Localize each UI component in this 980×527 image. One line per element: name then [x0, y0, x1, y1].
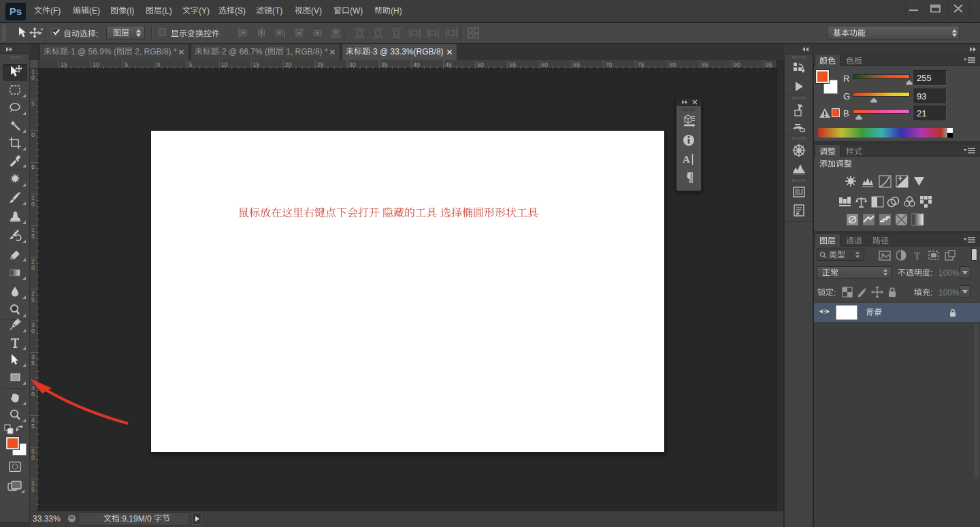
svg-text:0: 0	[31, 74, 35, 81]
svg-text:0: 0	[31, 264, 35, 271]
svg-text:20: 20	[285, 61, 292, 68]
svg-text:5: 5	[31, 233, 35, 240]
svg-text:75: 75	[638, 61, 644, 68]
svg-text:90: 90	[734, 61, 740, 68]
svg-text:55: 55	[509, 61, 516, 68]
svg-text:5: 5	[31, 360, 35, 366]
svg-text:80: 80	[670, 61, 676, 68]
svg-text:0: 0	[31, 454, 35, 461]
svg-text:0: 0	[31, 131, 35, 138]
svg-text:70: 70	[605, 61, 612, 68]
svg-text:10: 10	[221, 61, 228, 68]
svg-text:0: 0	[31, 328, 35, 334]
svg-text:0: 0	[31, 201, 35, 208]
svg-text:10: 10	[93, 61, 99, 68]
svg-text:5: 5	[31, 163, 35, 170]
svg-text:50: 50	[477, 61, 484, 68]
svg-text:5: 5	[31, 486, 35, 493]
svg-text:0: 0	[157, 61, 160, 68]
svg-text:15: 15	[61, 61, 67, 68]
svg-text:85: 85	[702, 61, 708, 68]
svg-text:A: A	[683, 154, 690, 165]
svg-text:15: 15	[253, 61, 260, 68]
svg-text:45: 45	[445, 61, 452, 68]
svg-text:60: 60	[541, 61, 548, 68]
svg-text:T: T	[914, 251, 920, 261]
svg-text:30: 30	[349, 61, 356, 68]
svg-text:5: 5	[189, 61, 192, 68]
svg-text:40: 40	[413, 61, 420, 68]
svg-text:5: 5	[31, 100, 35, 107]
svg-text:65: 65	[573, 61, 580, 68]
svg-text:95: 95	[766, 61, 772, 68]
svg-text:25: 25	[317, 61, 324, 68]
svg-text:5: 5	[125, 61, 128, 68]
svg-text:35: 35	[381, 61, 388, 68]
svg-text:5: 5	[31, 296, 35, 303]
